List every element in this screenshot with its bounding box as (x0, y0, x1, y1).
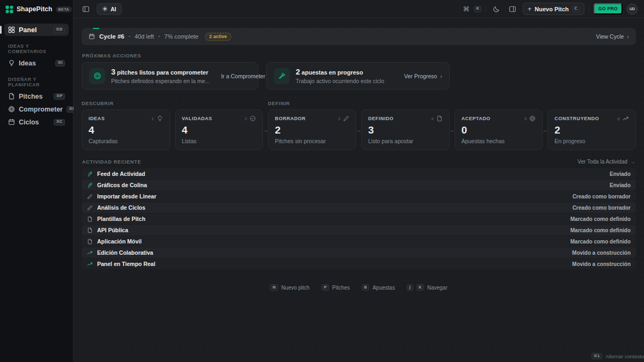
key-badge: J (407, 284, 413, 291)
hint-apuestas: B Apuestas (362, 284, 395, 291)
chevron-right-icon: › (440, 73, 442, 79)
action-count: 2 (296, 68, 300, 76)
grid-icon (8, 26, 15, 33)
beta-badge: BETA (56, 6, 72, 12)
sidebar-section-plan: DISEÑAR Y PLANIFICAR (8, 77, 65, 87)
stage-label: Listas (182, 138, 257, 144)
activity-row[interactable]: Edición Colaborativa Movido a construcci… (82, 247, 636, 258)
new-pitch-button[interactable]: + Nuevo Pitch C (523, 3, 584, 15)
activity-status: Enviado (610, 182, 631, 188)
cycle-progress-text: 7% complete (164, 33, 199, 40)
stage-count: 4 (182, 125, 257, 135)
view-cycle-label: View Cycle (596, 33, 624, 40)
cycle-banner[interactable]: Cycle #6 • 40d left • 7% complete 2 acti… (82, 28, 636, 45)
file-icon (87, 216, 93, 222)
stage-title: IDEAS (89, 116, 105, 121)
stage-label: Listo para apostar (368, 138, 443, 144)
activity-row[interactable]: API Pública Marcado como definido (82, 225, 636, 235)
pipeline-group-labels: DESCUBRIR DEFINIR (82, 101, 636, 107)
app-window: ShapePitch BETA Panel ⌘D IDEAS Y COMENTA… (0, 0, 644, 362)
plus-icon: + (528, 5, 531, 13)
check-circle-icon (250, 115, 256, 122)
file-icon (8, 93, 15, 100)
next-actions-row: 3pitches listos para comprometer Pitches… (82, 62, 636, 90)
sidebar-item-ciclos[interactable]: Ciclos ⌘C (4, 116, 69, 128)
activity-name: Panel en Tiempo Real (97, 261, 155, 267)
sidebar-item-ideas[interactable]: Ideas ⌘I (4, 57, 69, 69)
view-all-activity-label: Ver Toda la Actividad (577, 159, 627, 165)
user-avatar[interactable]: UD (627, 4, 638, 14)
stage-label: Apuestas hechas (462, 138, 536, 144)
shortcut-k-badge: K (474, 6, 481, 12)
stage-arrow-icon: → (262, 127, 268, 133)
activity-row[interactable]: Plantillas de Pitch Marcado como definid… (82, 213, 636, 224)
activity-row[interactable]: Gráficos de Colina Enviado (82, 180, 636, 190)
new-pitch-key-badge: C (572, 6, 580, 12)
panel-toggle-button[interactable] (80, 3, 92, 15)
right-panel-toggle-button[interactable] (507, 3, 518, 15)
sidebar-item-label: Pitches (19, 93, 42, 100)
pipeline-card-validadas[interactable]: VALIDADAS 2 4 Listas (175, 109, 264, 150)
trending-up-icon (87, 261, 93, 267)
go-pro-button[interactable]: GO PRO (594, 3, 623, 14)
action-card-progreso[interactable]: 2apuestas en progreso Trabajo activo ocu… (266, 62, 450, 90)
pipeline-card-aceptado[interactable]: ACEPTADO 5 0 Apuestas hechas (455, 109, 543, 150)
sidebar: ShapePitch BETA Panel ⌘D IDEAS Y COMENTA… (0, 0, 74, 362)
activity-status: Marcado como definido (570, 239, 631, 245)
activity-name: Importar desde Linear (97, 193, 156, 200)
hint-navegar: J K Navegar (407, 284, 448, 291)
theme-toggle-button[interactable] (491, 3, 502, 15)
activity-list: Feed de Actividad Enviado Gráficos de Co… (82, 168, 636, 269)
sparkle-icon (102, 6, 108, 12)
main-area: AI ⌘ K + Nuevo Pitch C GO PRO (74, 0, 644, 362)
activity-label: ACTIVIDAD RECIENTE (82, 159, 141, 165)
shortcut-hints: N Nuevo pitch P Pitches B Apuestas J K N… (82, 284, 636, 291)
command-icon: ⌘ (463, 5, 470, 13)
pencil-icon (87, 205, 93, 211)
key-badge: P (321, 284, 329, 291)
activity-row[interactable]: Importar desde Linear Creado como borrad… (82, 191, 636, 202)
stage-arrow-icon: → (449, 127, 455, 133)
activity-status: Marcado como definido (570, 227, 631, 233)
sidebar-nav: Panel ⌘D IDEAS Y COMENTARIOS Ideas ⌘I DI… (0, 18, 73, 129)
sidebar-item-panel[interactable]: Panel ⌘D (4, 24, 69, 36)
key-badge: N (270, 284, 278, 291)
view-cycle-link[interactable]: View Cycle › (596, 33, 629, 40)
action-subtitle: Trabajo activo ocurriendo este ciclo (296, 78, 384, 84)
file-icon (436, 115, 443, 122)
view-all-activity-link[interactable]: Ver Toda la Actividad → (577, 159, 635, 165)
stage-shortcut: 3 (338, 116, 340, 121)
hint-label: Nuevo pitch (281, 285, 310, 291)
ver-progreso-link[interactable]: Ver Progreso › (399, 73, 442, 79)
activity-row[interactable]: Análisis de Ciclos Creado como borrador (82, 202, 636, 213)
context-toggle-hint: ⌘1 Alternar contexto (74, 353, 644, 359)
pencil-icon (343, 115, 349, 122)
stage-title: DEFINIDO (368, 116, 393, 121)
sidebar-item-pitches[interactable]: Pitches ⌘P (4, 90, 69, 102)
action-card-comprometer[interactable]: 3pitches listos para comprometer Pitches… (82, 62, 258, 90)
activity-name: Feed de Actividad (97, 171, 145, 177)
sidebar-item-comprometer[interactable]: Comprometer ⌘B (4, 103, 69, 115)
ai-button[interactable]: AI (97, 3, 122, 15)
chevron-right-icon: › (627, 33, 629, 40)
pipeline-card-ideas[interactable]: IDEAS 1 4 Capturadas (82, 109, 170, 150)
stage-label: Capturadas (89, 138, 163, 144)
activity-row[interactable]: Feed de Actividad Enviado (82, 168, 636, 179)
pipeline-card-definido[interactable]: DEFINIDO 4 3 Listo para apostar (361, 109, 450, 150)
topbar: AI ⌘ K + Nuevo Pitch C GO PRO (74, 0, 644, 18)
activity-row[interactable]: Aplicación Móvil Marcado como definido (82, 236, 636, 247)
activity-row[interactable]: Panel en Tiempo Real Movido a construcci… (82, 258, 636, 269)
hint-label: Apuestas (372, 285, 395, 291)
topbar-right: ⌘ K + Nuevo Pitch C GO PRO UD (463, 3, 638, 15)
pipeline-card-construyendo[interactable]: CONSTRUYENDO 6 2 En progreso (547, 109, 636, 150)
shapepitch-logo-icon (5, 5, 13, 13)
group-label-descubrir: DESCUBRIR (82, 101, 114, 106)
shortcut-badge: ⌘P (54, 93, 65, 100)
stage-shortcut: 1 (151, 116, 153, 121)
pipeline-card-borrador[interactable]: BORRADOR 3 2 Pitches sin procesar (268, 109, 356, 150)
stage-arrow-icon: → (356, 127, 362, 133)
action-card-text: 3pitches listos para comprometer Pitches… (111, 68, 210, 84)
action-link-label: Ver Progreso (404, 73, 437, 79)
divider (589, 5, 589, 12)
shortcut-badge: ⌘D (54, 27, 65, 33)
